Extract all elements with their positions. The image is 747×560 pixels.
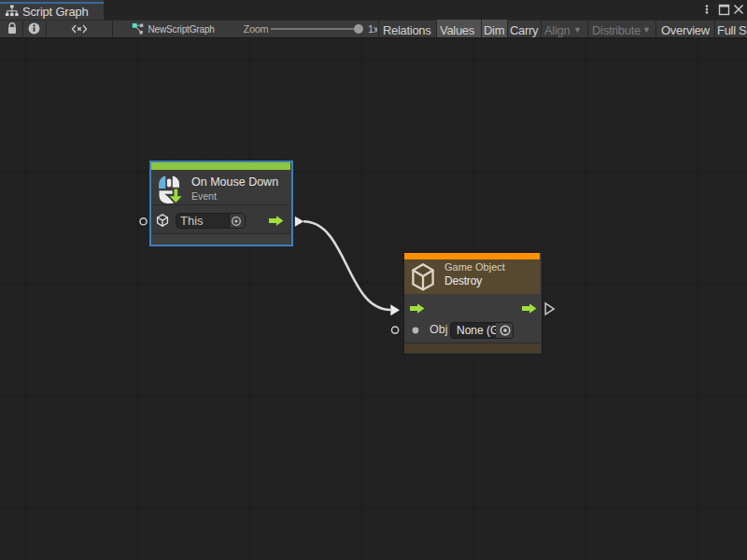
svg-text:1x: 1x [368, 23, 377, 35]
